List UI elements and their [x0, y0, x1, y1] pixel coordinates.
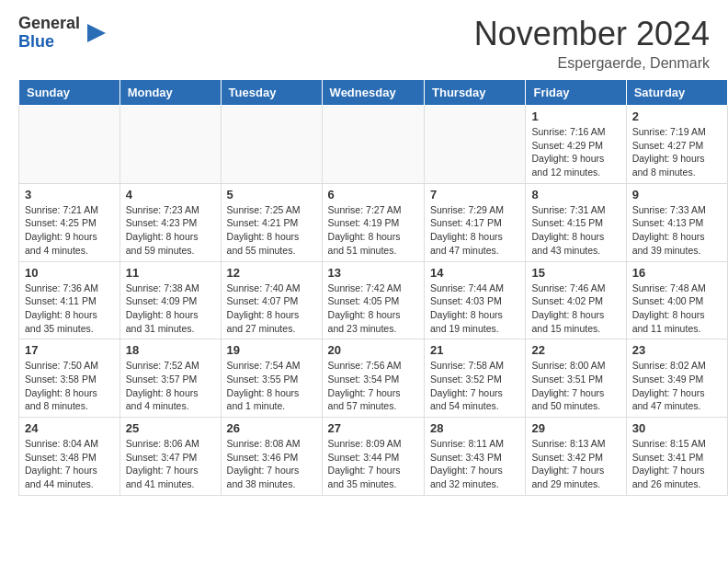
day-number: 25	[126, 421, 215, 435]
day-number: 9	[632, 188, 722, 201]
day-info: Sunrise: 7:27 AM Sunset: 4:19 PM Dayligh…	[328, 203, 418, 258]
logo: General Blue	[18, 15, 109, 52]
day-info: Sunrise: 7:19 AM Sunset: 4:27 PM Dayligh…	[632, 125, 722, 179]
day-cell: 18Sunrise: 7:52 AM Sunset: 3:57 PM Dayli…	[119, 339, 221, 418]
day-number: 1	[531, 109, 620, 123]
week-row-1: 1Sunrise: 7:16 AM Sunset: 4:29 PM Daylig…	[19, 106, 728, 184]
day-cell: 2Sunrise: 7:19 AM Sunset: 4:27 PM Daylig…	[626, 106, 727, 184]
day-info: Sunrise: 7:50 AM Sunset: 3:58 PM Dayligh…	[25, 359, 114, 413]
day-cell	[221, 106, 322, 184]
week-row-5: 24Sunrise: 8:04 AM Sunset: 3:48 PM Dayli…	[19, 418, 728, 496]
day-cell: 27Sunrise: 8:09 AM Sunset: 3:44 PM Dayli…	[322, 418, 424, 496]
calendar-table: SundayMondayTuesdayWednesdayThursdayFrid…	[18, 79, 728, 496]
day-cell: 20Sunrise: 7:56 AM Sunset: 3:54 PM Dayli…	[322, 339, 424, 418]
day-info: Sunrise: 7:58 AM Sunset: 3:52 PM Dayligh…	[430, 359, 519, 413]
day-info: Sunrise: 7:54 AM Sunset: 3:55 PM Dayligh…	[227, 359, 316, 413]
day-cell	[19, 106, 120, 184]
day-info: Sunrise: 8:02 AM Sunset: 3:49 PM Dayligh…	[632, 359, 722, 413]
week-row-4: 17Sunrise: 7:50 AM Sunset: 3:58 PM Dayli…	[19, 339, 728, 418]
day-info: Sunrise: 8:15 AM Sunset: 3:41 PM Dayligh…	[632, 437, 722, 491]
day-cell: 24Sunrise: 8:04 AM Sunset: 3:48 PM Dayli…	[19, 418, 120, 496]
logo-icon	[84, 20, 109, 46]
day-info: Sunrise: 7:56 AM Sunset: 3:54 PM Dayligh…	[328, 359, 418, 413]
day-number: 24	[25, 421, 114, 435]
day-cell: 13Sunrise: 7:42 AM Sunset: 4:05 PM Dayli…	[322, 261, 424, 339]
day-cell: 12Sunrise: 7:40 AM Sunset: 4:07 PM Dayli…	[221, 261, 322, 339]
day-number: 14	[430, 266, 519, 280]
day-info: Sunrise: 8:04 AM Sunset: 3:48 PM Dayligh…	[25, 437, 114, 491]
day-cell: 28Sunrise: 8:11 AM Sunset: 3:43 PM Dayli…	[425, 418, 526, 496]
day-cell: 3Sunrise: 7:21 AM Sunset: 4:25 PM Daylig…	[19, 183, 120, 261]
month-title: November 2024	[474, 15, 710, 53]
day-info: Sunrise: 7:23 AM Sunset: 4:23 PM Dayligh…	[126, 203, 215, 258]
day-cell	[322, 106, 424, 184]
location: Espergaerde, Denmark	[474, 55, 710, 72]
day-number: 5	[227, 188, 316, 201]
day-number: 18	[126, 343, 215, 357]
day-number: 10	[25, 266, 114, 280]
day-cell: 10Sunrise: 7:36 AM Sunset: 4:11 PM Dayli…	[19, 261, 120, 339]
day-info: Sunrise: 7:52 AM Sunset: 3:57 PM Dayligh…	[126, 359, 215, 413]
calendar-body: 1Sunrise: 7:16 AM Sunset: 4:29 PM Daylig…	[19, 106, 728, 496]
day-cell	[425, 106, 526, 184]
day-number: 3	[25, 188, 114, 201]
day-info: Sunrise: 7:48 AM Sunset: 4:00 PM Dayligh…	[632, 282, 722, 336]
day-cell: 15Sunrise: 7:46 AM Sunset: 4:02 PM Dayli…	[526, 261, 626, 339]
day-number: 20	[328, 343, 418, 357]
day-cell	[119, 106, 221, 184]
day-info: Sunrise: 7:21 AM Sunset: 4:25 PM Dayligh…	[25, 203, 114, 258]
day-info: Sunrise: 7:44 AM Sunset: 4:03 PM Dayligh…	[430, 282, 519, 336]
week-row-3: 10Sunrise: 7:36 AM Sunset: 4:11 PM Dayli…	[19, 261, 728, 339]
day-number: 23	[632, 343, 722, 357]
calendar-header: SundayMondayTuesdayWednesdayThursdayFrid…	[19, 80, 728, 106]
day-info: Sunrise: 7:33 AM Sunset: 4:13 PM Dayligh…	[632, 203, 722, 258]
day-info: Sunrise: 8:00 AM Sunset: 3:51 PM Dayligh…	[531, 359, 620, 413]
day-info: Sunrise: 7:42 AM Sunset: 4:05 PM Dayligh…	[328, 282, 418, 336]
day-info: Sunrise: 8:08 AM Sunset: 3:46 PM Dayligh…	[227, 437, 316, 491]
day-cell: 8Sunrise: 7:31 AM Sunset: 4:15 PM Daylig…	[526, 183, 626, 261]
calendar-wrapper: SundayMondayTuesdayWednesdayThursdayFrid…	[0, 79, 728, 505]
day-number: 19	[227, 343, 316, 357]
day-number: 15	[531, 266, 620, 280]
day-number: 8	[531, 188, 620, 201]
title-section: November 2024 Espergaerde, Denmark	[474, 15, 710, 72]
day-info: Sunrise: 7:36 AM Sunset: 4:11 PM Dayligh…	[25, 282, 114, 336]
day-number: 28	[430, 421, 519, 435]
week-row-2: 3Sunrise: 7:21 AM Sunset: 4:25 PM Daylig…	[19, 183, 728, 261]
day-number: 13	[328, 266, 418, 280]
day-cell: 9Sunrise: 7:33 AM Sunset: 4:13 PM Daylig…	[626, 183, 727, 261]
col-header-monday: Monday	[119, 80, 221, 106]
day-info: Sunrise: 7:16 AM Sunset: 4:29 PM Dayligh…	[531, 125, 620, 179]
day-cell: 11Sunrise: 7:38 AM Sunset: 4:09 PM Dayli…	[119, 261, 221, 339]
day-number: 11	[126, 266, 215, 280]
day-number: 4	[126, 188, 215, 201]
day-cell: 5Sunrise: 7:25 AM Sunset: 4:21 PM Daylig…	[221, 183, 322, 261]
svg-marker-0	[87, 24, 106, 42]
day-info: Sunrise: 7:31 AM Sunset: 4:15 PM Dayligh…	[531, 203, 620, 258]
day-number: 16	[632, 266, 722, 280]
header-row: SundayMondayTuesdayWednesdayThursdayFrid…	[19, 80, 728, 106]
col-header-tuesday: Tuesday	[221, 80, 322, 106]
col-header-saturday: Saturday	[626, 80, 727, 106]
day-info: Sunrise: 8:06 AM Sunset: 3:47 PM Dayligh…	[126, 437, 215, 491]
day-number: 2	[632, 109, 722, 123]
page-header: General Blue November 2024 Espergaerde, …	[0, 0, 728, 79]
day-number: 21	[430, 343, 519, 357]
day-cell: 16Sunrise: 7:48 AM Sunset: 4:00 PM Dayli…	[626, 261, 727, 339]
day-cell: 14Sunrise: 7:44 AM Sunset: 4:03 PM Dayli…	[425, 261, 526, 339]
day-number: 17	[25, 343, 114, 357]
day-number: 29	[531, 421, 620, 435]
day-cell: 29Sunrise: 8:13 AM Sunset: 3:42 PM Dayli…	[526, 418, 626, 496]
logo-text: General Blue	[18, 15, 80, 52]
day-cell: 22Sunrise: 8:00 AM Sunset: 3:51 PM Dayli…	[526, 339, 626, 418]
day-info: Sunrise: 8:13 AM Sunset: 3:42 PM Dayligh…	[531, 437, 620, 491]
day-number: 27	[328, 421, 418, 435]
day-number: 22	[531, 343, 620, 357]
day-info: Sunrise: 8:11 AM Sunset: 3:43 PM Dayligh…	[430, 437, 519, 491]
logo-blue: Blue	[18, 33, 80, 52]
day-info: Sunrise: 7:29 AM Sunset: 4:17 PM Dayligh…	[430, 203, 519, 258]
logo-general: General	[18, 15, 80, 33]
day-number: 6	[328, 188, 418, 201]
day-cell: 23Sunrise: 8:02 AM Sunset: 3:49 PM Dayli…	[626, 339, 727, 418]
day-cell: 17Sunrise: 7:50 AM Sunset: 3:58 PM Dayli…	[19, 339, 120, 418]
